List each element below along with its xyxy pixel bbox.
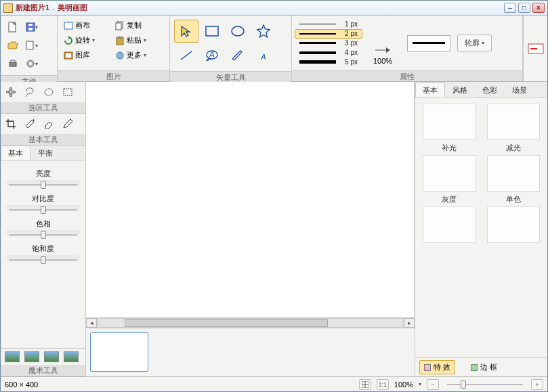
stroke-option-2-px[interactable]: 2 px [295, 29, 362, 39]
zoom-slider[interactable] [444, 380, 526, 389]
app-title: 美明画图 [58, 3, 87, 13]
minimize-button[interactable]: – [504, 3, 516, 13]
stroke-option-1-px[interactable]: 1 px [295, 20, 362, 29]
tool-eraser[interactable] [41, 116, 56, 131]
close-button[interactable]: × [532, 3, 545, 13]
tool-callout[interactable]: A [200, 44, 224, 67]
zoom-icon [374, 45, 392, 55]
scroll-left-button[interactable]: ◂ [86, 318, 97, 328]
effect-cell[interactable]: 补光 [421, 104, 478, 152]
horizontal-scrollbar[interactable]: ◂ ▸ [86, 317, 415, 328]
tool-rectangle[interactable] [200, 20, 224, 43]
panel-label-basic: 基本工具 [1, 134, 85, 145]
border-label: 边 框 [480, 362, 497, 372]
ribbon-extra [523, 16, 547, 81]
left-tab-balance[interactable]: 平衡 [30, 146, 60, 160]
copy-button[interactable]: 复制 [112, 18, 163, 32]
right-tab-color[interactable]: 色彩 [475, 82, 505, 97]
panel-label-selection: 选区工具 [1, 102, 85, 113]
tool-crop[interactable] [3, 116, 18, 131]
effect-cell[interactable] [485, 206, 543, 255]
copy-label: 复制 [127, 20, 142, 30]
tool-brush[interactable] [226, 44, 250, 67]
effect-cell[interactable]: 单色 [485, 155, 543, 204]
right-tab-scene[interactable]: 场景 [505, 82, 534, 97]
effects-toggle[interactable]: 特 效 [419, 360, 455, 374]
magic-preset-3[interactable] [44, 351, 59, 362]
recent-button[interactable]: ▾ [23, 37, 41, 53]
tool-line[interactable] [174, 44, 198, 67]
outline-button[interactable]: 轮廓▾ [457, 35, 492, 51]
effect-cell[interactable]: 灰度 [421, 155, 478, 204]
group-label-vector: 矢量工具 [170, 71, 291, 82]
stroke-option-4-px[interactable]: 4 px [295, 48, 362, 58]
slider-contrast[interactable] [6, 205, 80, 215]
outline-label: 轮廓 [465, 38, 480, 48]
canvas-button[interactable]: 画布 [60, 18, 112, 32]
page-thumbnail[interactable] [90, 332, 148, 372]
zoom-out-button[interactable]: − [427, 379, 439, 390]
maximize-button[interactable]: □ [518, 3, 530, 13]
right-tab-style[interactable]: 风格 [445, 82, 475, 97]
settings-button[interactable]: ▾ [23, 56, 41, 72]
rotate-button[interactable]: 旋转▾ [60, 33, 112, 47]
svg-rect-2 [28, 28, 33, 30]
zoom-in-button[interactable]: + [531, 379, 543, 390]
label-brightness: 亮度 [6, 169, 80, 179]
tool-move[interactable] [3, 85, 18, 100]
magic-preset-2[interactable] [24, 351, 39, 362]
magic-preset-1[interactable] [5, 351, 20, 362]
stroke-option-3-px[interactable]: 3 px [295, 39, 362, 48]
tool-text[interactable]: A [251, 44, 276, 67]
svg-point-26 [45, 89, 53, 95]
right-tab-basic[interactable]: 基本 [415, 82, 445, 97]
stroke-option-5-px[interactable]: 5 px [295, 58, 362, 67]
open-button[interactable] [4, 37, 22, 53]
tool-pencil[interactable] [60, 116, 75, 131]
library-button[interactable]: 图库 [60, 48, 112, 62]
save-button[interactable]: ▾ [23, 19, 41, 35]
title-bar: 新建图片1 - 美明画图 – □ × [1, 1, 547, 16]
library-label: 图库 [75, 50, 90, 60]
paste-label: 粘贴 [127, 35, 142, 45]
slider-hue[interactable] [6, 230, 80, 240]
status-dimensions: 600 × 400 [5, 380, 38, 389]
scroll-right-button[interactable]: ▸ [404, 318, 415, 328]
tool-rect-select[interactable] [60, 85, 75, 100]
border-toggle[interactable]: 边 框 [466, 360, 502, 374]
paste-button[interactable]: 粘贴▾ [112, 33, 163, 47]
fit-button[interactable]: 1:1 [377, 379, 389, 390]
effect-cell[interactable] [421, 206, 478, 255]
tool-ellipse[interactable] [226, 20, 250, 43]
tool-lasso[interactable] [22, 85, 37, 100]
tool-wand[interactable] [22, 116, 37, 131]
zoom-dropdown[interactable]: ▾ [419, 381, 421, 387]
tool-star[interactable] [251, 20, 276, 43]
svg-text:A: A [209, 50, 214, 58]
grid-toggle[interactable] [359, 379, 371, 390]
group-label-image: 图片 [58, 70, 169, 81]
slider-saturation[interactable] [6, 255, 80, 265]
left-tab-basic[interactable]: 基本 [1, 146, 30, 160]
svg-rect-5 [9, 62, 16, 66]
effect-cell[interactable]: 减光 [485, 104, 543, 152]
more-button[interactable]: 更多▾ [112, 48, 163, 62]
slider-brightness[interactable] [6, 180, 80, 190]
label-saturation: 饱和度 [6, 244, 80, 254]
more-label: 更多 [127, 50, 142, 60]
canvas[interactable] [86, 82, 415, 317]
svg-rect-15 [118, 37, 122, 39]
svg-rect-4 [26, 41, 33, 49]
stroke-sample[interactable] [407, 35, 450, 51]
canvas-label: 画布 [75, 20, 90, 30]
panel-label-magic: 魔术工具 [1, 365, 85, 376]
tool-ellipse-select[interactable] [41, 85, 56, 100]
print-button[interactable] [4, 56, 22, 72]
magic-preset-4[interactable] [64, 351, 79, 362]
scroll-thumb[interactable] [125, 319, 328, 327]
stroke-width-list[interactable]: 1 px2 px3 px4 px5 px [295, 18, 362, 68]
status-bar: 600 × 400 1:1 100%▾ − + [1, 376, 547, 391]
label-hue: 色相 [6, 219, 80, 229]
tool-pointer[interactable] [174, 20, 198, 43]
new-file-button[interactable] [4, 19, 22, 35]
